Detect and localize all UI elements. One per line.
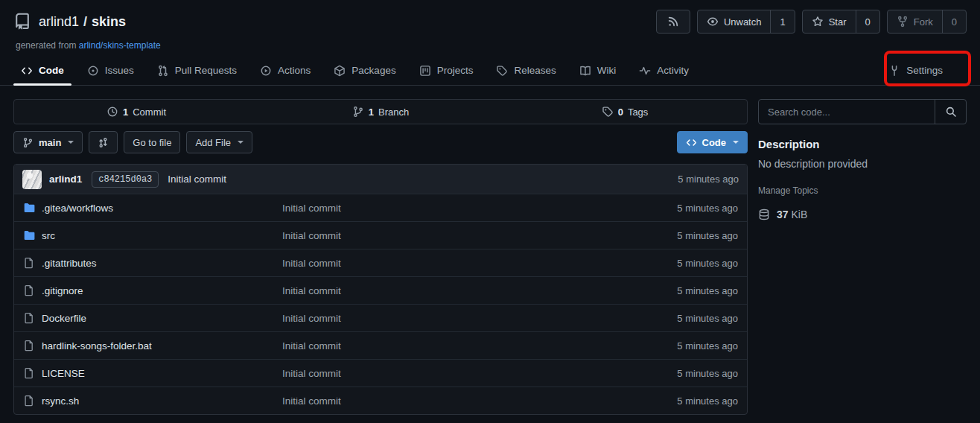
repo-sidebar: Description No description provided Mana…	[758, 99, 967, 415]
tab-pull-requests[interactable]: Pull Requests	[150, 56, 244, 85]
stars-count[interactable]: 0	[856, 10, 879, 33]
manage-topics-link[interactable]: Manage Topics	[758, 185, 967, 196]
latest-commit-row: arlind1 c84215d0a3 Initial commit 5 minu…	[14, 165, 747, 194]
watch-label: Unwatch	[724, 16, 762, 28]
repo-owner-link[interactable]: arlind1	[39, 14, 79, 30]
table-row: src Initial commit 5 minutes ago	[14, 221, 747, 249]
tab-releases[interactable]: Releases	[489, 56, 563, 85]
file-commit-message[interactable]: Initial commit	[282, 203, 656, 214]
code-icon	[21, 65, 33, 77]
table-row: rsync.sh Initial commit 5 minutes ago	[14, 387, 747, 414]
repo-name-link[interactable]: skins	[92, 14, 126, 30]
repo-size-value: 37	[777, 209, 789, 220]
file-commit-message[interactable]: Initial commit	[282, 368, 656, 379]
repo-tab-bar: Code Issues Pull Requests Actions	[0, 56, 980, 86]
play-circle-icon	[260, 65, 272, 77]
file-commit-message[interactable]: Initial commit	[282, 313, 656, 324]
rss-button[interactable]	[656, 10, 690, 34]
file-link[interactable]: LICENSE	[42, 368, 85, 379]
file-icon	[23, 257, 35, 269]
file-toolbar: main Go to file Add File	[13, 131, 748, 153]
eye-icon	[707, 16, 719, 28]
tab-packages[interactable]: Packages	[326, 56, 403, 85]
issue-circle-icon	[87, 65, 99, 77]
branches-stat[interactable]: 1 Branch	[258, 106, 503, 118]
table-row: .gitattributes Initial commit 5 minutes …	[14, 249, 747, 276]
file-commit-message[interactable]: Initial commit	[282, 230, 656, 241]
commits-stat[interactable]: 1 Commit	[14, 106, 258, 118]
project-board-icon	[419, 65, 431, 77]
go-to-file-label: Go to file	[133, 137, 171, 148]
unwatch-button[interactable]: Unwatch	[698, 10, 771, 33]
rss-icon	[667, 16, 679, 28]
file-link[interactable]: hardlink-songs-folder.bat	[42, 340, 152, 352]
commit-message-link[interactable]: Initial commit	[168, 174, 226, 185]
file-time: 5 minutes ago	[656, 203, 738, 214]
file-time: 5 minutes ago	[656, 258, 738, 269]
tag-icon	[602, 106, 614, 118]
generated-from-prefix: generated from	[16, 40, 76, 51]
file-link[interactable]: .gitattributes	[42, 258, 97, 269]
add-file-label: Add File	[195, 137, 231, 148]
chevron-down-icon	[238, 141, 244, 144]
file-commit-message[interactable]: Initial commit	[282, 395, 656, 407]
fork-button[interactable]: Fork	[888, 10, 942, 33]
add-file-button[interactable]: Add File	[186, 131, 252, 153]
table-row: .gitignore Initial commit 5 minutes ago	[14, 276, 747, 304]
branch-selector[interactable]: main	[13, 131, 83, 153]
commit-hash-chip[interactable]: c84215d0a3	[92, 171, 159, 188]
tools-icon	[888, 65, 900, 77]
search-input[interactable]	[759, 100, 935, 124]
branches-count: 1	[369, 106, 374, 118]
commit-author-link[interactable]: arlind1	[49, 174, 82, 185]
fork-icon	[897, 16, 909, 28]
file-link[interactable]: rsync.sh	[42, 395, 79, 407]
file-icon	[23, 340, 35, 352]
file-commit-message[interactable]: Initial commit	[282, 285, 656, 296]
file-commit-message[interactable]: Initial commit	[282, 258, 656, 269]
tab-releases-label: Releases	[514, 65, 556, 76]
tab-activity[interactable]: Activity	[631, 56, 696, 85]
table-row: .gitea/workflows Initial commit 5 minute…	[14, 194, 747, 221]
current-branch-name: main	[39, 137, 61, 148]
chevron-down-icon	[68, 141, 74, 144]
file-icon	[23, 312, 35, 324]
repo-size: 37 KiB	[758, 209, 967, 220]
fork-button-group: Fork 0	[887, 10, 967, 34]
file-link[interactable]: src	[42, 230, 55, 241]
tags-count: 0	[618, 106, 623, 118]
tab-issues[interactable]: Issues	[80, 56, 141, 85]
file-commit-message[interactable]: Initial commit	[282, 340, 656, 352]
compare-button[interactable]	[89, 131, 118, 153]
file-time: 5 minutes ago	[656, 395, 738, 407]
tab-projects[interactable]: Projects	[412, 56, 481, 85]
template-repo-link[interactable]: arlind/skins-template	[79, 40, 161, 51]
pulse-icon	[639, 65, 651, 77]
code-download-button[interactable]: Code	[677, 131, 748, 153]
generated-from-line: generated from arlind/skins-template	[16, 40, 967, 51]
search-button[interactable]	[935, 100, 966, 124]
tab-issues-label: Issues	[105, 65, 134, 76]
repository-icon	[13, 13, 31, 31]
go-to-file-button[interactable]: Go to file	[124, 131, 180, 153]
pull-request-icon	[157, 65, 169, 77]
file-link[interactable]: .gitignore	[42, 285, 83, 296]
branch-icon	[22, 137, 34, 148]
avatar[interactable]	[22, 170, 42, 189]
table-row: LICENSE Initial commit 5 minutes ago	[14, 359, 747, 387]
watchers-count[interactable]: 1	[770, 10, 794, 33]
forks-count[interactable]: 0	[942, 10, 966, 33]
tab-settings[interactable]: Settings	[881, 56, 950, 85]
star-button[interactable]: Star	[803, 10, 856, 33]
main-column: 1 Commit 1 Branch	[13, 99, 748, 415]
tab-code[interactable]: Code	[13, 56, 71, 85]
file-time: 5 minutes ago	[656, 313, 738, 324]
title-separator: /	[83, 14, 87, 30]
fork-label: Fork	[914, 16, 933, 28]
file-link[interactable]: Dockerfile	[42, 313, 86, 324]
tab-actions-label: Actions	[278, 65, 311, 76]
tab-wiki[interactable]: Wiki	[572, 56, 624, 85]
tags-stat[interactable]: 0 Tags	[503, 106, 747, 118]
file-link[interactable]: .gitea/workflows	[42, 203, 113, 214]
tab-actions[interactable]: Actions	[252, 56, 318, 85]
